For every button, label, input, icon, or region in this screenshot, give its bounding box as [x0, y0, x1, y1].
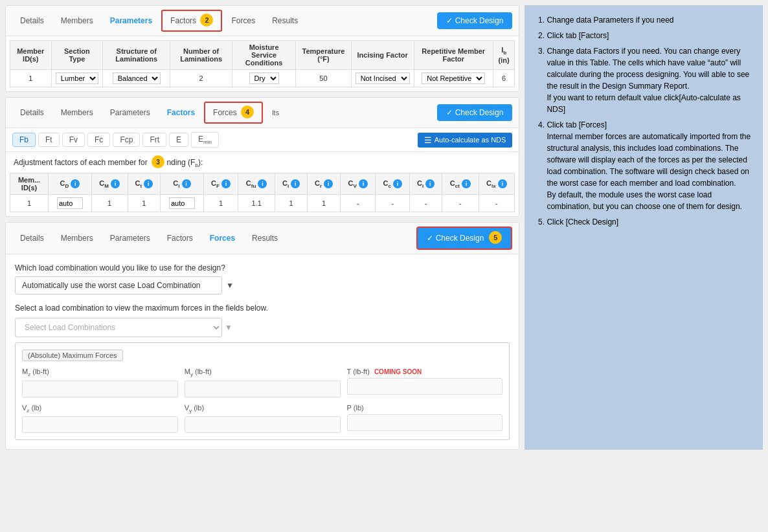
- factor-cell-ci3: -: [410, 195, 442, 212]
- input-cd[interactable]: [57, 197, 83, 209]
- cell-incising[interactable]: Not Incised: [351, 70, 414, 87]
- tab-factors-1[interactable]: Factors 2: [161, 10, 222, 32]
- factor-cell-cf: 1: [203, 195, 238, 212]
- info-cv[interactable]: i: [359, 179, 368, 188]
- check-design-button-2[interactable]: ✓ Check Design: [437, 104, 512, 121]
- cell-num-lam: 2: [170, 70, 232, 87]
- sub-tab-fv[interactable]: Fv: [62, 133, 85, 147]
- sub-tab-ft[interactable]: Ft: [38, 133, 60, 147]
- tab-details-3[interactable]: Details: [12, 230, 52, 246]
- tab-parameters-2[interactable]: Parameters: [102, 105, 158, 120]
- info-clx[interactable]: i: [498, 179, 507, 188]
- info-ci2[interactable]: i: [291, 179, 300, 188]
- tab-parameters-1[interactable]: Parameters: [102, 13, 160, 28]
- factor-row: 1 1 1 1 1.1 1 1 - - - - -: [10, 195, 515, 212]
- info-cf[interactable]: i: [221, 179, 231, 188]
- tab-results-2[interactable]: lts: [264, 105, 287, 120]
- input-vz[interactable]: [22, 416, 178, 433]
- factor-col-cf: CF i: [203, 173, 238, 195]
- info-cct[interactable]: i: [462, 179, 471, 188]
- force-field-vz: Vz (lb): [22, 404, 178, 433]
- sub-tab-fc[interactable]: Fc: [87, 133, 110, 147]
- col-header-structure: Structure of Laminations: [103, 41, 170, 70]
- tab-members-2[interactable]: Members: [53, 105, 101, 120]
- info-cm[interactable]: i: [111, 179, 120, 188]
- sub-tab-emin[interactable]: Emin: [191, 132, 219, 148]
- factor-cell-ci2: 1: [275, 195, 308, 212]
- load-combo-select[interactable]: Automatically use the worst case Load Co…: [15, 276, 222, 294]
- info-cr[interactable]: i: [324, 179, 333, 188]
- help-item-1: Change data Parameters if you need: [547, 14, 752, 26]
- cell-structure[interactable]: Balanced: [103, 70, 170, 87]
- factor-col-cc: Cc i: [376, 173, 410, 195]
- check-design-button-1[interactable]: ✓ Check Design: [437, 12, 512, 29]
- factor-cell-ci[interactable]: [161, 195, 204, 212]
- sub-tab-fb[interactable]: Fb: [12, 133, 36, 147]
- force-field-t: T (lb-ft) COMING SOON: [347, 368, 503, 397]
- info-cc[interactable]: i: [393, 179, 402, 188]
- structure-select[interactable]: Balanced: [113, 72, 161, 84]
- info-ct[interactable]: i: [144, 179, 153, 188]
- select-load-combo[interactable]: Select Load Combinations: [15, 318, 222, 337]
- factor-col-cm: CM i: [91, 173, 128, 195]
- check-design-button-3[interactable]: ✓ Check Design 5: [416, 227, 512, 250]
- force-field-vy: Vy (lb): [185, 404, 341, 433]
- cell-moisture[interactable]: Dry: [232, 70, 295, 87]
- tab-factors-3[interactable]: Factors: [159, 230, 201, 246]
- help-item-5: Click [Check Design]: [547, 216, 752, 228]
- help-item-4: Click tab [Forces]Internal member forces…: [547, 119, 752, 212]
- select-load-arrow-icon: ▼: [225, 323, 232, 332]
- factor-cell-cfu: 1.1: [238, 195, 275, 212]
- input-my[interactable]: [185, 381, 341, 397]
- input-vy[interactable]: [185, 416, 341, 433]
- info-cfu[interactable]: i: [258, 179, 267, 188]
- sub-tab-fcp[interactable]: Fcp: [113, 133, 140, 147]
- input-p[interactable]: [347, 414, 503, 431]
- tab-forces-2[interactable]: Forces 4: [204, 102, 263, 124]
- factor-col-ct: Ct i: [128, 173, 161, 195]
- input-t[interactable]: [347, 378, 503, 395]
- force-field-mz: Mz (lb-ft): [22, 368, 178, 397]
- info-ci[interactable]: i: [182, 179, 191, 188]
- factor-col-member: Mem...ID(s): [10, 173, 49, 195]
- tab-results-3[interactable]: Results: [244, 230, 286, 246]
- badge-5: 5: [489, 231, 502, 244]
- factor-cell-ct: 1: [128, 195, 161, 212]
- cell-section-type[interactable]: Lumber: [51, 70, 103, 87]
- auto-calculate-button[interactable]: ☰ Auto-calculate as NDS: [418, 133, 513, 148]
- factor-col-cfu: Cfu i: [238, 173, 275, 195]
- tab-details-2[interactable]: Details: [12, 105, 52, 120]
- factor-cell-cr: 1: [308, 195, 341, 212]
- col-header-repetitive: Repetitive Member Factor: [414, 41, 493, 70]
- section-type-select[interactable]: Lumber: [56, 72, 98, 84]
- repetitive-select[interactable]: Not Repetitive: [422, 72, 485, 84]
- tab-details-1[interactable]: Details: [12, 13, 52, 28]
- info-cd[interactable]: i: [71, 179, 80, 188]
- input-ci[interactable]: [169, 197, 195, 209]
- tab-parameters-3[interactable]: Parameters: [102, 230, 158, 246]
- cell-member-id: 1: [10, 70, 52, 87]
- factor-description: Adjustment factors of each member for 3 …: [6, 152, 519, 173]
- factor-col-cv: CV i: [341, 173, 376, 195]
- moisture-select[interactable]: Dry: [249, 72, 279, 84]
- tab-factors-2[interactable]: Factors: [159, 105, 203, 120]
- factor-col-ci3: Ci i: [410, 173, 442, 195]
- col-header-temp: Temperature (°F): [296, 41, 351, 70]
- sub-tab-frt[interactable]: Frt: [142, 133, 166, 147]
- col-header-member-id: Member ID(s): [10, 41, 52, 70]
- input-mz[interactable]: [22, 381, 178, 397]
- tab-forces-1[interactable]: Forces: [223, 13, 263, 28]
- cell-temp: 50: [296, 70, 351, 87]
- tab-members-3[interactable]: Members: [53, 230, 101, 246]
- col-header-incising: Incising Factor: [351, 41, 414, 70]
- cell-repetitive[interactable]: Not Repetitive: [414, 70, 493, 87]
- help-panel: Change data Parameters if you need Click…: [525, 5, 763, 450]
- badge-3: 3: [152, 155, 164, 168]
- factor-cell-cd[interactable]: [49, 195, 92, 212]
- tab-results-1[interactable]: Results: [264, 13, 306, 28]
- tab-members-1[interactable]: Members: [53, 13, 101, 28]
- info-ci3[interactable]: i: [425, 179, 435, 188]
- tab-forces-3[interactable]: Forces: [202, 230, 243, 246]
- sub-tab-e[interactable]: E: [169, 133, 188, 147]
- incising-select[interactable]: Not Incised: [356, 72, 410, 84]
